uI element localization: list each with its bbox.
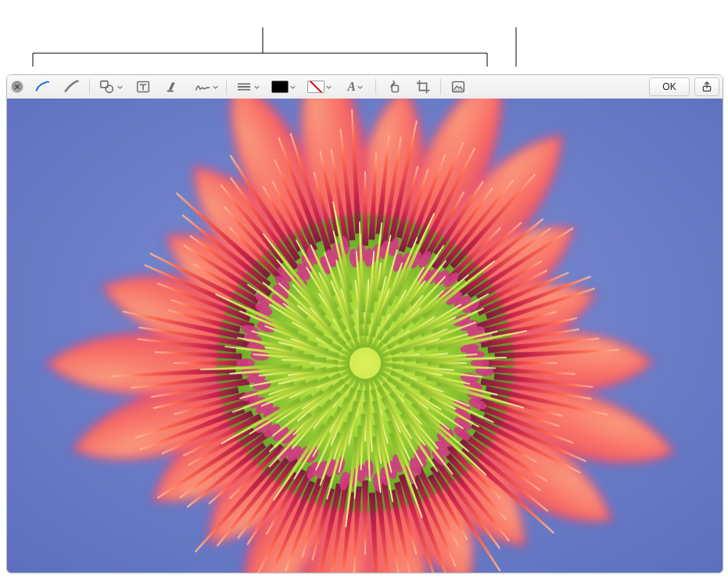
draw-tool[interactable] [58,77,86,96]
ok-button-label: OK [662,81,676,92]
chevron-down-icon [254,84,260,90]
text-icon [134,78,152,95]
chevron-down-icon [357,84,363,90]
chevron-down-icon [117,84,123,90]
shape-style-tool[interactable] [230,77,264,96]
separator [375,79,376,95]
image-canvas[interactable] [7,99,723,573]
image-description-icon [450,78,467,95]
svg-point-7 [106,85,113,92]
shape-style-icon [235,78,253,95]
text-style-icon: A [347,80,356,94]
draw-icon [63,78,81,95]
flower-image [7,99,723,573]
rotate-tool[interactable] [379,77,407,96]
image-description-tool[interactable] [444,77,472,96]
highlight-tool[interactable] [159,77,187,96]
border-color-swatch [271,81,289,93]
close-button[interactable] [12,81,23,92]
rotate-icon [385,78,402,95]
text-tool[interactable] [129,77,157,96]
shapes-tool[interactable] [93,77,127,96]
crop-tool[interactable] [409,77,437,96]
markup-toolbar: A [7,75,723,99]
crop-icon [414,78,432,95]
markup-window: A [6,74,723,573]
chevron-down-icon [213,84,218,90]
callout-lines [0,0,728,74]
sign-icon [194,78,211,95]
svg-rect-11 [453,89,464,92]
highlight-icon [164,78,181,95]
chevron-down-icon [326,84,332,90]
separator [440,79,441,95]
chevron-down-icon [290,84,296,90]
separator [226,79,227,95]
svg-rect-9 [392,85,398,92]
sketch-tool[interactable] [28,77,56,96]
close-icon [14,84,20,90]
text-style-tool[interactable]: A [338,77,372,96]
sketch-icon [34,78,51,95]
border-color-tool[interactable] [266,77,300,96]
separator [89,79,90,95]
sign-tool[interactable] [188,77,223,96]
shapes-icon [99,78,116,95]
share-button[interactable] [694,77,719,96]
ok-button[interactable]: OK [649,77,690,96]
share-icon [701,81,713,93]
fill-color-tool[interactable] [302,77,336,96]
fill-color-swatch [307,81,325,93]
